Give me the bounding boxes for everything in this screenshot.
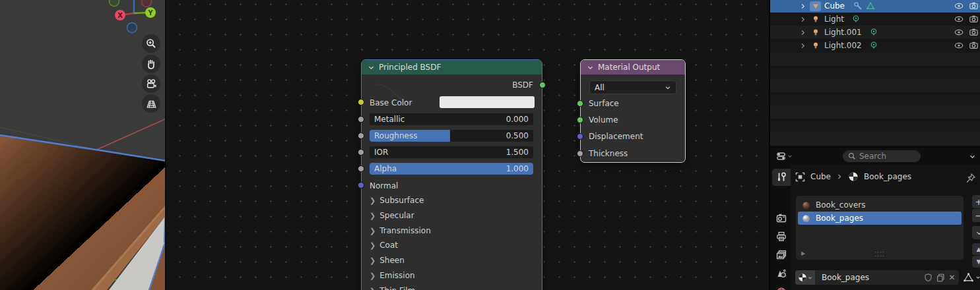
tab-scene[interactable] xyxy=(772,265,791,282)
section-sheen[interactable]: ❯Sheen xyxy=(370,254,533,267)
move-slot-up-button[interactable]: ▲ xyxy=(972,243,980,255)
tab-view-layer[interactable] xyxy=(772,246,791,264)
chevron-down-icon xyxy=(975,275,980,280)
slot-book-covers[interactable]: Book_covers xyxy=(798,198,962,212)
hide-eye-icon[interactable] xyxy=(954,41,964,50)
hide-eye-icon[interactable] xyxy=(954,14,964,24)
material-browse-button[interactable] xyxy=(795,270,815,285)
base-color-socket[interactable] xyxy=(358,99,364,105)
alpha-socket[interactable] xyxy=(358,165,364,172)
bsdf-output-label: BSDF xyxy=(512,80,533,90)
node-header[interactable]: Material Output xyxy=(581,60,685,74)
roughness-slider[interactable]: Roughness 0.500 xyxy=(370,130,533,142)
slot-name: Book_pages xyxy=(816,214,863,223)
fake-user-shield-icon[interactable] xyxy=(924,273,932,282)
outliner-row-light-001[interactable]: Light.001 xyxy=(770,26,980,39)
metallic-label: Metallic xyxy=(374,115,405,124)
slot-book-pages[interactable]: Book_pages xyxy=(798,212,962,225)
header-options-button[interactable] xyxy=(965,150,979,163)
zoom-button[interactable] xyxy=(142,34,160,53)
link-material-button[interactable] xyxy=(963,270,980,285)
perspective-toggle-button[interactable] xyxy=(142,94,160,113)
editor-type-button[interactable] xyxy=(774,150,794,163)
tab-world[interactable] xyxy=(772,283,791,290)
node-title: Principled BSDF xyxy=(379,63,441,72)
unlink-icon[interactable]: ✕ xyxy=(948,273,955,282)
expand-chevron-icon[interactable] xyxy=(799,16,806,23)
object-name: Cube xyxy=(824,1,845,11)
principled-bsdf-node[interactable]: Principled BSDF BSDF Base Color Metallic… xyxy=(361,59,542,290)
section-emission[interactable]: ❯Emission xyxy=(370,269,533,282)
navigation-gizmo[interactable]: X Y xyxy=(104,0,165,37)
surface-socket[interactable] xyxy=(577,100,583,107)
world-globe-icon xyxy=(776,287,787,290)
hide-eye-icon[interactable] xyxy=(954,28,964,37)
neg-x-axis-handle xyxy=(142,0,152,7)
shader-editor[interactable]: Principled BSDF BSDF Base Color Metallic… xyxy=(166,0,769,290)
outliner-row-cube[interactable]: Cube xyxy=(770,0,980,13)
alpha-label: Alpha xyxy=(374,164,397,173)
chevron-down-icon xyxy=(808,276,812,280)
ior-socket[interactable] xyxy=(358,149,364,156)
expand-chevron-icon[interactable] xyxy=(799,3,806,10)
volume-socket[interactable] xyxy=(577,117,583,123)
search-input[interactable] xyxy=(859,152,912,161)
roughness-socket[interactable] xyxy=(358,132,364,139)
material-name-field[interactable]: Book_pages xyxy=(815,270,921,285)
disable-render-camera-icon[interactable] xyxy=(969,14,979,24)
bsdf-output-row: BSDF xyxy=(370,78,533,92)
ior-label: IOR xyxy=(374,148,388,157)
displacement-input-row: Displacement xyxy=(589,130,676,143)
breadcrumb-object[interactable]: Cube xyxy=(810,172,831,181)
expand-chevron-icon[interactable] xyxy=(799,42,806,49)
outliner-row-light-002[interactable]: Light.002 xyxy=(770,39,980,52)
alpha-slider[interactable]: Alpha 1.000 xyxy=(370,163,533,175)
chevron-right-icon: ❯ xyxy=(370,196,376,205)
move-slot-down-button[interactable]: ▼ xyxy=(972,256,980,268)
slot-specials-button[interactable] xyxy=(972,226,980,239)
hide-eye-icon[interactable] xyxy=(954,1,964,11)
expand-chevron-icon[interactable] xyxy=(799,29,806,36)
base-color-swatch[interactable] xyxy=(440,96,535,108)
3d-viewport[interactable]: X Y xyxy=(0,0,166,290)
material-output-node[interactable]: Material Output All Surface Volume Displ… xyxy=(580,59,686,163)
node-header[interactable]: Principled BSDF xyxy=(362,60,542,74)
mesh-data-icon xyxy=(866,1,875,11)
slot-name: Book_covers xyxy=(816,200,865,210)
light-object-icon xyxy=(810,28,821,38)
section-subsurface[interactable]: ❯Subsurface xyxy=(370,194,533,207)
pan-button[interactable] xyxy=(142,55,160,73)
disable-render-camera-icon[interactable] xyxy=(969,1,979,11)
book-object[interactable] xyxy=(0,135,166,290)
camera-view-button[interactable] xyxy=(142,74,160,93)
section-transmission[interactable]: ❯Transmission xyxy=(370,224,533,237)
displacement-socket[interactable] xyxy=(577,133,583,140)
metallic-socket[interactable] xyxy=(358,116,364,123)
add-slot-button[interactable]: + xyxy=(972,195,980,208)
remove-slot-button[interactable]: − xyxy=(972,209,980,222)
tab-output[interactable] xyxy=(772,228,791,245)
disable-render-camera-icon[interactable] xyxy=(969,28,979,37)
metallic-slider[interactable]: Metallic 0.000 xyxy=(370,113,533,125)
object-name: Light.001 xyxy=(824,28,862,37)
list-resize-grip[interactable]: ⁚⁚⁚⁚ xyxy=(796,251,964,258)
chevron-right-icon: ❯ xyxy=(370,241,376,250)
bsdf-output-socket[interactable] xyxy=(539,82,546,88)
section-thin-film[interactable]: ❯Thin Film xyxy=(370,284,533,290)
light-object-icon xyxy=(810,14,821,24)
output-target-dropdown[interactable]: All xyxy=(589,80,676,94)
section-coat[interactable]: ❯Coat xyxy=(370,239,533,252)
pin-icon[interactable] xyxy=(965,173,976,183)
duplicate-icon[interactable] xyxy=(936,274,945,282)
ior-slider[interactable]: IOR 1.500 xyxy=(370,146,533,158)
section-specular[interactable]: ❯Specular xyxy=(370,209,533,222)
thickness-socket[interactable] xyxy=(577,150,583,157)
tab-render[interactable] xyxy=(772,210,791,227)
tab-tool[interactable] xyxy=(772,169,791,186)
outliner-row-light[interactable]: Light xyxy=(770,13,980,26)
normal-label: Normal xyxy=(370,181,398,190)
disable-render-camera-icon[interactable] xyxy=(969,41,979,50)
breadcrumb-material[interactable]: Book_pages xyxy=(864,172,911,181)
properties-search[interactable] xyxy=(843,150,921,162)
normal-socket[interactable] xyxy=(358,182,364,188)
